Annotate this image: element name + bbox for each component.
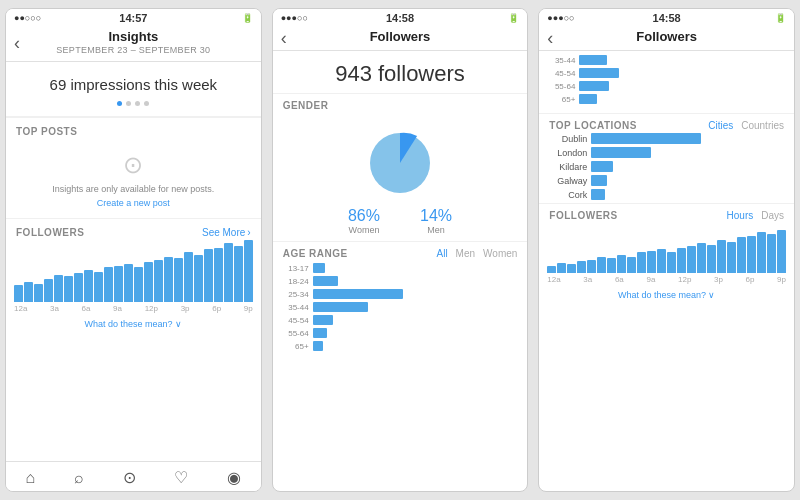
followers-content: 943 followers GENDER 86% Women (273, 51, 528, 491)
location-tabs: Cities Countries (708, 120, 784, 131)
age-range-label: 45-54 (283, 316, 309, 325)
gender-legend: 86% Women 14% Men (283, 207, 518, 235)
age-range-label: 65+ (549, 95, 575, 104)
bar (14, 285, 23, 301)
location-bar-row: Galway (539, 175, 794, 186)
age-range-label: 45-54 (549, 69, 575, 78)
what-mean-3[interactable]: What do these mean? ∨ (539, 286, 794, 304)
back-button-3[interactable]: ‹ (547, 27, 553, 48)
bar (557, 263, 566, 274)
age-tab-men[interactable]: Men (456, 248, 475, 259)
bar (204, 249, 213, 301)
gender-label: GENDER (283, 100, 518, 115)
bar (154, 260, 163, 301)
see-more-button[interactable]: See More › (202, 227, 251, 238)
age-bar-row: 13-17 (283, 263, 518, 273)
status-time-3: 14:58 (653, 12, 681, 24)
bar (667, 252, 676, 273)
followers-header-1: FOLLOWERS See More › (6, 219, 261, 242)
bar (24, 282, 33, 302)
home-icon[interactable]: ⌂ (25, 469, 35, 487)
age-section: AGE RANGE All Men Women 13-1718-2425-343… (273, 241, 528, 360)
bar (144, 262, 153, 302)
bar (727, 242, 736, 274)
hours-tab-days[interactable]: Days (761, 210, 784, 221)
bar (627, 257, 636, 274)
chart-label: 3p (714, 275, 723, 284)
location-label: Dublin (549, 134, 587, 144)
insights-subtitle: September 23 – September 30 (14, 45, 253, 55)
chart-label: 3p (181, 304, 190, 313)
age-label: AGE RANGE (283, 248, 348, 259)
age-bar-row-top: 35-44 (549, 55, 784, 65)
back-button-1[interactable]: ‹ (14, 33, 20, 54)
women-label: Women (348, 225, 380, 235)
bar (244, 240, 253, 301)
age-bar-row: 55-64 (283, 328, 518, 338)
status-signal-3: ●●●○○ (547, 13, 574, 23)
location-tab-cities[interactable]: Cities (708, 120, 733, 131)
women-stat: 86% Women (348, 207, 380, 235)
bar (84, 270, 93, 302)
nav-header-2: ‹ Followers (273, 25, 528, 51)
followers-label-3: FOLLOWERS (549, 210, 617, 221)
followers-bar-chart-3 (539, 223, 794, 273)
bar (647, 251, 656, 274)
heart-icon[interactable]: ♡ (174, 468, 188, 487)
dot-2 (126, 101, 131, 106)
pie-chart-container (283, 123, 518, 203)
top-locations-section: TOP LOCATIONS Cities Countries DublinLon… (539, 114, 794, 203)
bar (697, 243, 706, 273)
empty-post-area: ⊙ Insights are only available for new po… (6, 141, 261, 212)
status-battery-2: 🔋 (508, 13, 519, 23)
followers-title-3: Followers (547, 29, 786, 44)
screen-followers-2: ●●●○○ 14:58 🔋 ‹ Followers 35-4445-5455-6… (538, 8, 795, 492)
location-bar-row: Dublin (539, 133, 794, 144)
age-range-label: 25-34 (283, 290, 309, 299)
profile-icon[interactable]: ◉ (227, 468, 241, 487)
age-range-label: 65+ (283, 342, 309, 351)
age-bar-row: 25-34 (283, 289, 518, 299)
what-mean-1[interactable]: What do these mean? ∨ (6, 315, 261, 333)
chart-label: 6a (82, 304, 91, 313)
bar (124, 264, 133, 302)
age-tab-all[interactable]: All (436, 248, 447, 259)
age-range-label: 35-44 (283, 303, 309, 312)
age-bar (313, 341, 323, 351)
age-bar-row: 35-44 (283, 302, 518, 312)
camera-nav-icon[interactable]: ⊙ (123, 468, 136, 487)
location-label: Galway (549, 176, 587, 186)
hours-tab-hours[interactable]: Hours (727, 210, 754, 221)
location-bar-row: London (539, 147, 794, 158)
status-signal-1: ●●○○○ (14, 13, 41, 23)
age-bar-row-top: 55-64 (549, 81, 784, 91)
location-tab-countries[interactable]: Countries (741, 120, 784, 131)
search-icon[interactable]: ⌕ (74, 469, 84, 487)
gender-pie-chart (360, 123, 440, 203)
status-time-1: 14:57 (119, 12, 147, 24)
pagination-dots (14, 101, 253, 106)
bar (597, 257, 606, 274)
bottom-nav: ⌂ ⌕ ⊙ ♡ ◉ (6, 461, 261, 491)
age-tab-women[interactable]: Women (483, 248, 517, 259)
women-pct: 86% (348, 207, 380, 225)
insights-content: 69 impressions this week TOP POSTS ⊙ Ins… (6, 62, 261, 461)
men-label: Men (420, 225, 452, 235)
bar (54, 275, 63, 302)
back-button-2[interactable]: ‹ (281, 27, 287, 48)
bar (224, 243, 233, 302)
bar (707, 245, 716, 274)
bar (164, 257, 173, 302)
location-label: Cork (549, 190, 587, 200)
followers-label-1: FOLLOWERS (16, 227, 84, 238)
create-new-post-link[interactable]: Create a new post (97, 198, 170, 208)
age-bar-top (579, 94, 597, 104)
chart-label: 9p (777, 275, 786, 284)
location-bar (591, 133, 701, 144)
age-bar-row-top: 45-54 (549, 68, 784, 78)
followers-count: 943 followers (273, 51, 528, 93)
followers-title-2: Followers (281, 29, 520, 44)
chart-label: 3a (583, 275, 592, 284)
dot-3 (135, 101, 140, 106)
followers-hours-header: FOLLOWERS Hours Days (539, 203, 794, 223)
